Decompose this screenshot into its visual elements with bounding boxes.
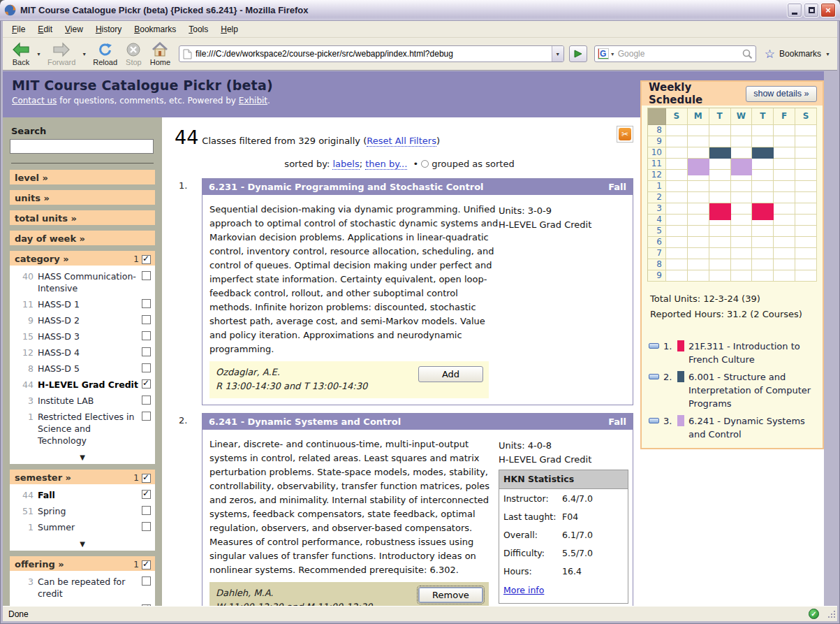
minimize-button[interactable] [787,3,802,17]
checkbox-icon[interactable] [142,396,151,405]
menu-tools[interactable]: Tools [182,22,214,37]
facet-header-units[interactable]: units » [10,190,155,205]
web-search-bar[interactable]: G ▼ Google [594,45,756,62]
checkbox-icon[interactable] [142,331,151,340]
menu-help[interactable]: Help [214,22,244,37]
schedule-block-6-241[interactable] [731,159,753,175]
resize-grip[interactable] [827,610,836,618]
checkbox-icon[interactable] [142,412,151,421]
close-button[interactable]: × [820,3,836,17]
search-input[interactable] [10,139,154,154]
titlebar[interactable]: MIT Course Catalogue Pickr (beta) {Picke… [0,0,840,21]
bookmarks-menu[interactable]: Bookmarks [779,49,821,59]
schedule-block-6-001[interactable] [752,147,774,159]
checkbox-icon[interactable] [142,379,151,389]
grouped-as-sorted-radio[interactable] [421,160,429,168]
go-button[interactable] [569,45,587,62]
facet-item[interactable]: 11 HASS-D 1 [10,296,155,312]
checkbox-icon[interactable] [142,255,151,264]
schedule-block-21f-311[interactable] [752,203,774,220]
day-header: S [795,108,817,125]
checkbox-icon[interactable] [142,299,151,308]
schedule-cell [774,215,795,226]
add-course-button[interactable]: Add [418,366,483,382]
schedule-cell [666,147,688,159]
facet-item-label: HASS-D 2 [38,314,142,326]
remove-from-schedule-icon[interactable] [649,374,659,379]
facet-item[interactable]: 44 H-LEVEL Grad Credit [10,377,155,393]
checkbox-icon[interactable] [142,271,151,280]
checkbox-icon[interactable] [142,315,151,324]
schedule-cell [688,215,709,226]
checkbox-icon[interactable] [142,576,151,586]
facet-header-total-units[interactable]: total units » [10,210,155,225]
menu-history[interactable]: History [89,22,128,37]
back-button[interactable]: Back [8,38,34,69]
facet-item[interactable]: 3 Institute LAB [10,393,155,409]
facet-header-level[interactable]: level » [10,170,155,184]
menu-file[interactable]: File [6,22,31,37]
remove-from-schedule-icon[interactable] [649,418,659,423]
schedule-block-6-001[interactable] [709,147,731,159]
schedule-block-21f-311[interactable] [709,203,731,220]
menu-edit[interactable]: Edit [31,22,59,37]
hkn-title: HKN Statistics [499,470,628,489]
facet-item[interactable]: 3 Can be repeated for credit [10,574,155,602]
bookmarks-dropdown-icon[interactable]: ▼ [825,52,830,57]
checkbox-icon[interactable] [142,560,151,569]
menu-view[interactable]: View [59,22,89,37]
facet-header-offering[interactable]: offering » 1 [10,556,155,571]
home-button[interactable]: Home [147,38,174,69]
forward-dropdown-icon[interactable]: ▼ [80,52,88,57]
facet-header-day-of-week[interactable]: day of week » [10,231,155,245]
then-by-link[interactable]: then by... [365,159,407,170]
facet-header-category[interactable]: category » 1 [10,251,155,266]
sort-by-link[interactable]: labels [332,159,359,170]
exhibit-link[interactable]: Exhibit [239,96,267,106]
stop-button[interactable]: Stop [122,38,145,69]
facet-item[interactable]: 1 Summer [10,519,155,535]
maximize-button[interactable] [804,3,819,17]
remove-course-button[interactable]: Remove [418,587,483,603]
url-history-dropdown[interactable]: ▼ [552,46,563,61]
hour-label: 5 [648,226,666,237]
facet-item[interactable]: 40 HASS Communication-Intensive [10,268,155,296]
checkbox-icon[interactable] [142,506,151,515]
facet-item[interactable]: 8 HASS-D 5 [10,361,155,377]
reset-all-filters-link[interactable]: Reset All Filters [367,136,436,147]
facet-item[interactable]: 9 HASS-D 2 [10,312,155,328]
more-info-link[interactable]: More info [499,580,628,603]
forward-button[interactable]: Forward [44,38,79,69]
url-text[interactable]: file:///C:/dev/workspace2/course-picker/… [196,49,552,59]
facet-item[interactable]: 44 Fall [10,487,155,503]
checkbox-icon[interactable] [142,490,151,499]
checkbox-icon[interactable] [142,522,151,531]
search-placeholder[interactable]: Google [618,49,742,59]
facet-item[interactable]: 15 HASS-D 3 [10,328,155,344]
contact-us-link[interactable]: Contact us [12,96,57,106]
google-engine-icon[interactable]: G [598,48,609,59]
facet-expand-arrow[interactable]: ▼ [10,535,155,549]
checkbox-icon[interactable] [142,474,151,483]
facet-item[interactable]: 12 HASS-D 4 [10,344,155,361]
exhibit-scissors-icon[interactable]: ✂ [617,126,633,143]
back-dropdown-icon[interactable]: ▼ [35,52,43,57]
remove-from-schedule-icon[interactable] [649,343,659,349]
menu-bookmarks[interactable]: Bookmarks [128,22,182,37]
facet-expand-arrow[interactable]: ▼ [10,449,155,463]
reload-button[interactable]: Reload [89,38,121,69]
url-bar[interactable]: file:///C:/dev/workspace2/course-picker/… [179,45,564,62]
facet-selected-count: 1 [133,560,142,569]
schedule-cell [795,215,817,226]
facet-item[interactable]: 1 Restricted Electives in Science and Te… [10,409,155,449]
show-details-button[interactable]: show details » [746,86,817,102]
schedule-cell [709,136,731,147]
bookmark-star-icon[interactable]: ☆ [765,48,775,60]
search-icon[interactable] [742,49,753,59]
checkbox-icon[interactable] [142,347,151,356]
schedule-block-6-241[interactable] [688,159,709,175]
facet-header-semester[interactable]: semester » 1 [10,470,155,484]
search-engine-dropdown[interactable]: ▼ [610,52,615,57]
facet-item[interactable]: 51 Spring [10,503,155,519]
checkbox-icon[interactable] [142,363,151,372]
